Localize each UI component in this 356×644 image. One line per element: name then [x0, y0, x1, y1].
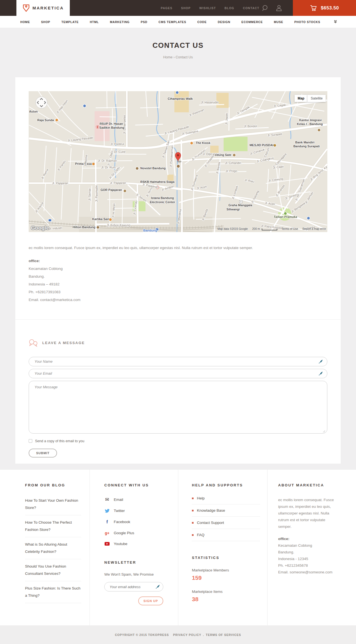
social-youtube-link[interactable]: Youtube — [104, 538, 163, 549]
menu-marketing[interactable]: MARKETING — [110, 20, 130, 24]
about-office-label: office: — [278, 536, 335, 542]
menu-ecommerce[interactable]: ECOMMERCE — [241, 20, 263, 24]
brand-name: MARKETICA — [33, 6, 64, 10]
menu-muse[interactable]: MUSE — [274, 20, 283, 24]
office-line: Indonesia – 49182 — [29, 280, 327, 288]
privacy-policy-link[interactable]: PRIVACY POLICY — [173, 633, 201, 636]
menu-home[interactable]: HOME — [20, 20, 30, 24]
map-label: MESJID PUSDAI — [249, 143, 273, 147]
footer-divider — [178, 470, 178, 625]
blog-link[interactable]: Plus Size Fashion: Is There Such a Thing… — [25, 581, 81, 603]
social-twitter-link[interactable]: Twitter — [104, 505, 163, 516]
map-label: Bank Mandiri — [295, 141, 314, 144]
office-address: office: Kecamatan Coblong Bandung. Indon… — [29, 257, 327, 304]
newsletter-email-input[interactable] — [104, 582, 163, 591]
google-map[interactable]: Cihampelas WalkJl. CihampelasJl. Haji Ya… — [29, 91, 327, 232]
menu-shop[interactable]: SHOP — [41, 20, 50, 24]
top-nav-wishlist[interactable]: WISHLIST — [199, 6, 216, 10]
map-label: Kelas I - Bandung — [297, 122, 323, 126]
about-office-line: Bandung. — [278, 549, 335, 556]
map-label: Jl. Cihampelas — [123, 115, 126, 134]
footer-blog-column: FROM OUR BLOG How To Start Your Own Fash… — [25, 470, 81, 603]
cart-button[interactable]: $653.50 — [293, 0, 356, 16]
send-copy-checkbox[interactable] — [29, 439, 32, 443]
contact-intro: ec mollis lorem consequat. Fusce ipsum e… — [29, 245, 327, 251]
help-link-help[interactable]: Help — [192, 492, 260, 504]
menu-design[interactable]: DESIGN — [218, 20, 230, 24]
name-input[interactable] — [29, 357, 327, 366]
map-label: Siliwangi — [226, 208, 240, 211]
social-label: Google Plus — [114, 531, 134, 535]
tag-icon — [23, 4, 30, 12]
help-link-faq[interactable]: FAQ — [192, 529, 260, 541]
map-type-map-button[interactable]: Map — [295, 95, 307, 102]
help-label: Help — [197, 496, 205, 500]
page-title: CONTACT US — [0, 41, 356, 50]
breadcrumb-current: Contact Us — [175, 55, 193, 59]
blog-link[interactable]: Should You Use Fashion Consultant Servic… — [25, 559, 81, 581]
help-link-contact-support[interactable]: Contact Support — [192, 517, 260, 529]
email-icon: ✉ — [105, 497, 109, 502]
submit-button[interactable]: SUBMIT — [29, 449, 57, 457]
map-canvas: Cihampelas WalkJl. CihampelasJl. Haji Ya… — [29, 91, 327, 232]
blog-link[interactable]: What is So Alluring About Celebrity Fash… — [25, 537, 81, 559]
map-attribution: Map data ©2015 Google 200 m Terms of Use… — [217, 227, 326, 230]
map-type-control: Map Satellite — [295, 95, 326, 102]
square-bullet-icon — [192, 510, 194, 511]
map-type-satellite-button[interactable]: Satellite — [307, 95, 326, 102]
chevron-double-down-icon[interactable] — [334, 20, 337, 25]
top-nav-contact[interactable]: CONTACT — [243, 6, 259, 10]
menu-photo-stocks[interactable]: PHOTO STOCKS — [294, 20, 320, 24]
map-label: Kantor Imigrasi — [299, 118, 322, 122]
menu-template[interactable]: TEMPLATE — [61, 20, 79, 24]
social-email-link[interactable]: ✉ Email — [104, 494, 163, 505]
menu-html[interactable]: HTML — [90, 20, 99, 24]
email-input[interactable] — [29, 369, 327, 378]
blog-link[interactable]: How To Choose The Perfect Fashion Store? — [25, 515, 81, 537]
menu-psd[interactable]: PSD — [141, 20, 147, 24]
blog-heading: FROM OUR BLOG — [25, 483, 81, 487]
top-nav-blog[interactable]: BLOG — [224, 6, 234, 10]
googleplus-icon: g+ — [105, 531, 110, 535]
footer-about-column: ABOUT MARKETICA ec mollis lorem consequa… — [278, 470, 335, 576]
brand-logo[interactable]: MARKETICA — [16, 0, 70, 16]
about-text: ec mollis lorem consequat. Fusce ipsum e… — [278, 497, 335, 530]
footer-connect-column: CONNECT WITH US ✉ Email Twitter f Facebo… — [104, 470, 163, 605]
user-account-icon[interactable] — [276, 5, 282, 11]
blog-link[interactable]: How To Start Your Own Fashion Store? — [25, 493, 81, 515]
map-label: Bandung — [143, 229, 157, 232]
resize-grabber-icon[interactable] — [323, 430, 325, 433]
map-label: GOR Pajajaran — [100, 188, 122, 192]
search-icon[interactable] — [262, 5, 268, 11]
top-nav-pages[interactable]: PAGES — [161, 6, 172, 10]
top-nav-shop[interactable]: SHOP — [181, 6, 191, 10]
map-report-error-link[interactable]: Report a map error — [303, 227, 326, 230]
map-terms-link[interactable]: Terms of Use — [282, 227, 298, 230]
terms-link[interactable]: TERMS OF SERVICES — [206, 633, 241, 636]
social-googleplus-link[interactable]: g+ Google Plus — [104, 528, 163, 538]
map-label: Graha Manggala — [228, 203, 252, 207]
stat-label: Marketplace Members — [192, 568, 260, 572]
footer: FROM OUR BLOG How To Start Your Own Fash… — [0, 470, 356, 625]
about-heading: ABOUT MARKETICA — [278, 483, 335, 487]
cart-icon — [310, 5, 317, 11]
message-textarea[interactable] — [29, 381, 327, 434]
menu-code[interactable]: CODE — [197, 20, 207, 24]
copy-checkbox-row: Send a copy of this email to you — [29, 439, 327, 443]
breadcrumb-home[interactable]: Home — [163, 55, 172, 59]
map-label: Hilton Bandung — [73, 225, 95, 229]
google-logo[interactable]: Google — [31, 225, 49, 231]
help-link-knowledge-base[interactable]: Knowladge Base — [192, 504, 260, 517]
pen-icon — [318, 371, 323, 376]
form-heading-text: LEAVE A MESSAGE — [42, 341, 85, 345]
signup-button[interactable]: SIGN UP — [138, 596, 163, 605]
map-label: Electronic Center — [150, 200, 175, 204]
office-line: Email. contact@marketica.com — [29, 296, 327, 304]
social-facebook-link[interactable]: f Facebook — [104, 516, 163, 528]
social-label: Twitter — [114, 509, 125, 513]
message-field-wrap — [29, 381, 327, 435]
about-office-line: Kecamatan Coblong — [278, 542, 335, 549]
menu-cms-templates[interactable]: CMS TEMPLATES — [159, 20, 186, 24]
map-label: Cihampelas Walk — [168, 97, 193, 100]
map-pan-control[interactable] — [35, 96, 48, 110]
